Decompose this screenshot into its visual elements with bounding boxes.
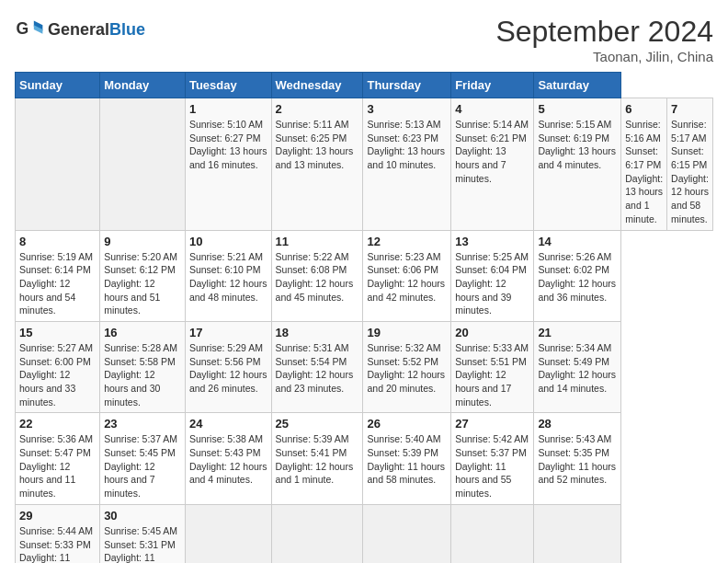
calendar-cell [534,504,621,563]
day-info: Sunrise: 5:23 AMSunset: 6:06 PMDaylight:… [367,250,447,304]
day-number: 1 [189,102,267,116]
day-info: Sunrise: 5:14 AMSunset: 6:21 PMDaylight:… [455,118,529,185]
day-number: 26 [367,417,447,431]
day-number: 7 [671,102,709,116]
calendar-cell: 20Sunrise: 5:33 AMSunset: 5:51 PMDayligh… [451,321,534,412]
calendar-cell: 11Sunrise: 5:22 AMSunset: 6:08 PMDayligh… [271,230,363,321]
logo-blue: Blue [109,20,145,39]
day-info: Sunrise: 5:19 AMSunset: 6:14 PMDaylight:… [19,250,96,317]
day-info: Sunrise: 5:25 AMSunset: 6:04 PMDaylight:… [455,250,529,317]
day-info: Sunrise: 5:44 AMSunset: 5:33 PMDaylight:… [19,524,96,563]
calendar-header: SundayMondayTuesdayWednesdayThursdayFrid… [16,73,713,98]
calendar-cell: 2Sunrise: 5:11 AMSunset: 6:25 PMDaylight… [271,98,363,231]
logo-text: GeneralBlue [48,20,145,40]
day-info: Sunrise: 5:10 AMSunset: 6:27 PMDaylight:… [189,118,267,172]
day-info: Sunrise: 5:33 AMSunset: 5:51 PMDaylight:… [455,341,529,408]
calendar-cell: 1Sunrise: 5:10 AMSunset: 6:27 PMDaylight… [185,98,271,231]
day-info: Sunrise: 5:34 AMSunset: 5:49 PMDaylight:… [538,341,617,396]
logo: G GeneralBlue [15,15,145,44]
logo-icon: G [15,15,44,44]
calendar-cell: 6Sunrise: 5:16 AMSunset: 6:17 PMDaylight… [621,98,667,231]
weekday-header: Tuesday [185,73,271,98]
day-info: Sunrise: 5:32 AMSunset: 5:52 PMDaylight:… [367,341,447,396]
weekday-header: Wednesday [271,73,363,98]
day-info: Sunrise: 5:26 AMSunset: 6:02 PMDaylight:… [538,250,617,304]
calendar-body: 1Sunrise: 5:10 AMSunset: 6:27 PMDaylight… [16,98,713,564]
calendar-cell: 15Sunrise: 5:27 AMSunset: 6:00 PMDayligh… [16,321,100,412]
calendar-table: SundayMondayTuesdayWednesdayThursdayFrid… [15,72,713,563]
empty-cell [100,98,186,231]
calendar-cell: 3Sunrise: 5:13 AMSunset: 6:23 PMDaylight… [363,98,451,231]
page-header: G GeneralBlue September 2024 Taonan, Jil… [15,15,713,64]
logo-general: General [48,20,109,39]
day-number: 6 [625,102,663,116]
calendar-cell: 5Sunrise: 5:15 AMSunset: 6:19 PMDaylight… [534,98,621,231]
calendar-cell: 7Sunrise: 5:17 AMSunset: 6:15 PMDaylight… [667,98,713,231]
day-number: 17 [189,326,267,339]
calendar-cell: 27Sunrise: 5:42 AMSunset: 5:37 PMDayligh… [451,413,534,504]
day-info: Sunrise: 5:45 AMSunset: 5:31 PMDaylight:… [104,524,181,563]
calendar-cell: 30Sunrise: 5:45 AMSunset: 5:31 PMDayligh… [100,504,186,563]
day-number: 28 [538,417,617,431]
empty-cell [16,98,100,231]
calendar-cell [185,504,271,563]
day-number: 24 [189,417,267,431]
day-info: Sunrise: 5:13 AMSunset: 6:23 PMDaylight:… [367,118,447,172]
weekday-header: Thursday [363,73,451,98]
calendar-cell: 14Sunrise: 5:26 AMSunset: 6:02 PMDayligh… [534,230,621,321]
calendar-cell: 8Sunrise: 5:19 AMSunset: 6:14 PMDaylight… [16,230,100,321]
day-info: Sunrise: 5:38 AMSunset: 5:43 PMDaylight:… [189,432,267,487]
calendar-cell: 10Sunrise: 5:21 AMSunset: 6:10 PMDayligh… [185,230,271,321]
title-area: September 2024 Taonan, Jilin, China [495,15,713,64]
day-info: Sunrise: 5:22 AMSunset: 6:08 PMDaylight:… [276,250,359,304]
day-info: Sunrise: 5:16 AMSunset: 6:17 PMDaylight:… [625,118,663,226]
day-number: 19 [367,326,447,339]
day-number: 4 [455,102,529,116]
calendar-cell: 24Sunrise: 5:38 AMSunset: 5:43 PMDayligh… [185,413,271,504]
calendar-cell: 29Sunrise: 5:44 AMSunset: 5:33 PMDayligh… [16,504,100,563]
day-info: Sunrise: 5:21 AMSunset: 6:10 PMDaylight:… [189,250,267,304]
calendar-cell: 12Sunrise: 5:23 AMSunset: 6:06 PMDayligh… [363,230,451,321]
weekday-header: Monday [100,73,186,98]
day-number: 10 [189,235,267,248]
calendar-cell: 16Sunrise: 5:28 AMSunset: 5:58 PMDayligh… [100,321,186,412]
day-info: Sunrise: 5:37 AMSunset: 5:45 PMDaylight:… [104,432,181,500]
day-info: Sunrise: 5:27 AMSunset: 6:00 PMDaylight:… [19,341,96,408]
day-number: 13 [455,235,529,248]
calendar-cell: 25Sunrise: 5:39 AMSunset: 5:41 PMDayligh… [271,413,363,504]
day-number: 11 [276,235,359,248]
day-number: 21 [538,326,617,339]
day-info: Sunrise: 5:29 AMSunset: 5:56 PMDaylight:… [189,341,267,396]
day-info: Sunrise: 5:15 AMSunset: 6:19 PMDaylight:… [538,118,617,172]
svg-text:G: G [17,19,29,38]
day-number: 2 [276,102,359,116]
day-number: 8 [19,235,96,248]
day-info: Sunrise: 5:40 AMSunset: 5:39 PMDaylight:… [367,432,447,487]
weekday-header: Sunday [16,73,100,98]
calendar-cell: 21Sunrise: 5:34 AMSunset: 5:49 PMDayligh… [534,321,621,412]
calendar-cell: 18Sunrise: 5:31 AMSunset: 5:54 PMDayligh… [271,321,363,412]
day-info: Sunrise: 5:28 AMSunset: 5:58 PMDaylight:… [104,341,181,408]
calendar-cell: 13Sunrise: 5:25 AMSunset: 6:04 PMDayligh… [451,230,534,321]
day-number: 3 [367,102,447,116]
weekday-header: Saturday [534,73,621,98]
month-title: September 2024 [495,15,713,49]
day-number: 22 [19,417,96,431]
calendar-cell [271,504,363,563]
calendar-cell: 22Sunrise: 5:36 AMSunset: 5:47 PMDayligh… [16,413,100,504]
day-number: 15 [19,326,96,339]
day-number: 20 [455,326,529,339]
day-number: 18 [276,326,359,339]
day-number: 25 [276,417,359,431]
day-number: 27 [455,417,529,431]
day-number: 12 [367,235,447,248]
day-info: Sunrise: 5:31 AMSunset: 5:54 PMDaylight:… [276,341,359,396]
calendar-cell [451,504,534,563]
calendar-cell [363,504,451,563]
day-info: Sunrise: 5:17 AMSunset: 6:15 PMDaylight:… [671,118,709,226]
day-number: 14 [538,235,617,248]
day-number: 16 [104,326,181,339]
calendar-cell: 4Sunrise: 5:14 AMSunset: 6:21 PMDaylight… [451,98,534,231]
day-info: Sunrise: 5:42 AMSunset: 5:37 PMDaylight:… [455,432,529,500]
day-info: Sunrise: 5:39 AMSunset: 5:41 PMDaylight:… [276,432,359,487]
